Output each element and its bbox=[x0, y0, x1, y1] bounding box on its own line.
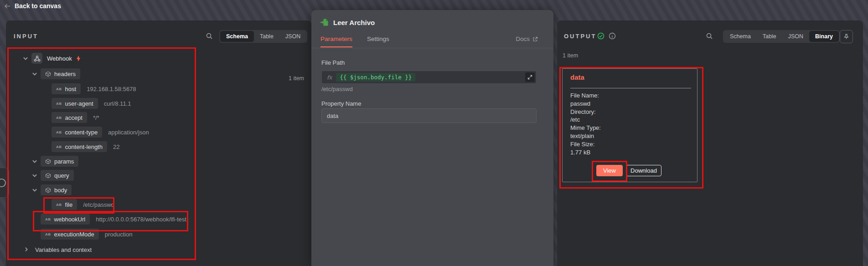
chevron-down-icon[interactable] bbox=[31, 187, 38, 193]
tree-key-chip[interactable]: ABfile bbox=[52, 199, 77, 210]
info-icon[interactable] bbox=[609, 32, 616, 40]
tree-key-chip[interactable]: ABcontent-type bbox=[52, 127, 102, 138]
back-to-canvas-button[interactable]: Back to canvas bbox=[5, 2, 61, 10]
tabs-divider bbox=[311, 48, 553, 48]
input-tab-table[interactable]: Table bbox=[254, 31, 279, 42]
docs-link[interactable]: Docs bbox=[516, 36, 538, 42]
input-search-icon[interactable] bbox=[206, 32, 213, 40]
tree-row-executionmode[interactable]: ABexecutionMode production bbox=[6, 227, 311, 241]
tab-parameters[interactable]: Parameters bbox=[320, 36, 352, 47]
string-type-icon: AB bbox=[56, 102, 62, 106]
output-tab-schema[interactable]: Schema bbox=[724, 31, 757, 42]
expression-resolved-value: /etc/passwd bbox=[321, 86, 353, 92]
tree-row-content-length[interactable]: ABcontent-length 22 bbox=[6, 139, 311, 154]
view-button[interactable]: View bbox=[596, 165, 623, 176]
tree-row-file[interactable]: ABfile /etc/passwd bbox=[6, 197, 311, 212]
tree-row-variables-context[interactable]: Variables and context bbox=[6, 242, 311, 257]
string-type-icon: AB bbox=[56, 203, 62, 207]
tree-value: */* bbox=[93, 114, 99, 121]
tree-row-host[interactable]: ABhost 192.168.1.58:5678 bbox=[6, 82, 311, 96]
back-to-canvas-label: Back to canvas bbox=[15, 2, 61, 10]
fx-expression-icon: fx bbox=[327, 74, 332, 81]
chevron-down-icon[interactable] bbox=[31, 158, 38, 164]
tree-key-label: user-agent bbox=[65, 100, 93, 107]
tree-row-webhook[interactable]: Webhook bbox=[6, 51, 311, 66]
output-tab-binary[interactable]: Binary bbox=[809, 31, 839, 42]
tree-key-label: query bbox=[54, 172, 69, 179]
tree-key-chip[interactable]: ABuser-agent bbox=[52, 98, 98, 109]
input-tab-schema[interactable]: Schema bbox=[220, 31, 254, 42]
open-expression-editor-button[interactable] bbox=[525, 72, 535, 82]
ndv-screen: Back to canvas INPUT Schema Table JSON 1… bbox=[0, 0, 868, 266]
tree-key-chip[interactable]: ABwebhookUrl bbox=[41, 214, 90, 225]
tree-key-chip[interactable]: body bbox=[41, 184, 72, 195]
tree-key-label: webhookUrl bbox=[54, 216, 86, 223]
chevron-down-icon[interactable] bbox=[22, 55, 29, 61]
tree-row-content-type[interactable]: ABcontent-type application/json bbox=[6, 125, 311, 139]
chevron-right-icon[interactable] bbox=[23, 246, 30, 253]
file-size-label: File Size: bbox=[570, 140, 601, 148]
tree-row-user-agent[interactable]: ABuser-agent curl/8.11.1 bbox=[6, 96, 311, 111]
tree-key-chip[interactable]: params bbox=[41, 156, 78, 167]
file-name-label: File Name: bbox=[570, 92, 601, 100]
tree-key-label: host bbox=[65, 86, 77, 92]
tree-key-chip[interactable]: headers bbox=[41, 68, 80, 79]
object-cube-icon bbox=[45, 71, 51, 77]
tab-settings[interactable]: Settings bbox=[367, 36, 389, 42]
tree-value: http://0.0.0.0:5678/webhook/lfi-test bbox=[96, 216, 186, 223]
node-title[interactable]: Leer Archivo bbox=[333, 19, 375, 26]
pin-data-button[interactable] bbox=[840, 30, 853, 43]
tree-key-chip[interactable]: ABaccept bbox=[52, 112, 87, 123]
tree-key-label: content-length bbox=[65, 143, 103, 150]
tree-key-chip[interactable]: ABhost bbox=[52, 83, 81, 94]
tree-row-params[interactable]: params bbox=[6, 154, 311, 169]
string-type-icon: AB bbox=[45, 217, 51, 221]
node-glyph bbox=[0, 179, 6, 187]
tree-row-headers[interactable]: headers bbox=[6, 66, 311, 81]
chevron-down-icon[interactable] bbox=[31, 172, 38, 179]
directory-value: /etc bbox=[570, 116, 601, 124]
webhook-node-icon bbox=[31, 53, 42, 64]
download-button[interactable]: Download bbox=[626, 165, 661, 176]
output-tab-table[interactable]: Table bbox=[757, 31, 782, 42]
property-name-input[interactable]: data bbox=[321, 108, 537, 123]
binary-data-card: data File Name: passwd Directory: /etc M… bbox=[562, 68, 698, 182]
tree-row-body[interactable]: body bbox=[6, 183, 311, 197]
file-size-value: 1.77 kB bbox=[570, 148, 601, 157]
string-type-icon: AB bbox=[56, 145, 62, 149]
tree-key-label: content-type bbox=[65, 129, 98, 136]
input-panel: INPUT Schema Table JSON 1 item Webhook bbox=[6, 20, 311, 266]
input-title: INPUT bbox=[14, 33, 38, 40]
output-search-icon[interactable] bbox=[706, 32, 713, 40]
external-link-icon bbox=[532, 36, 538, 42]
tree-key-chip[interactable]: ABcontent-length bbox=[52, 141, 107, 152]
tree-row-accept[interactable]: ABaccept */* bbox=[6, 110, 311, 125]
file-path-input[interactable]: fx {{ $json.body.file }} bbox=[321, 71, 537, 84]
mime-type-label: Mime Type: bbox=[570, 124, 601, 132]
tree-key-label: params bbox=[54, 158, 74, 165]
tree-key-chip[interactable]: query bbox=[41, 170, 74, 181]
binary-property-name: data bbox=[570, 73, 584, 81]
tree-key-label: accept bbox=[65, 114, 83, 121]
expression-value[interactable]: {{ $json.body.file }} bbox=[336, 73, 415, 82]
tree-value: application/json bbox=[108, 129, 149, 136]
arrow-left-icon bbox=[5, 4, 10, 9]
tree-node-label: Webhook bbox=[47, 55, 72, 62]
input-display-mode-tabs: Schema Table JSON bbox=[219, 30, 307, 43]
read-file-node-icon bbox=[320, 18, 329, 26]
tree-key-chip[interactable]: ABexecutionMode bbox=[41, 229, 99, 240]
tree-value: 22 bbox=[113, 143, 119, 150]
tree-row-webhookurl[interactable]: ABwebhookUrl http://0.0.0.0:5678/webhook… bbox=[6, 212, 311, 226]
output-panel: OUTPUT Schema Table JSON Binary 1 item d… bbox=[557, 20, 863, 266]
input-tab-json[interactable]: JSON bbox=[279, 31, 306, 42]
tree-key-label: headers bbox=[54, 71, 76, 77]
chevron-down-icon[interactable] bbox=[31, 71, 38, 77]
node-settings-panel: Leer Archivo Parameters Settings Docs Fi… bbox=[311, 10, 553, 266]
tree-key-label: file bbox=[65, 201, 73, 208]
edge-node-button[interactable] bbox=[0, 168, 9, 198]
output-item-count: 1 item bbox=[563, 52, 578, 59]
object-cube-icon bbox=[45, 187, 51, 193]
tree-row-query[interactable]: query bbox=[6, 168, 311, 183]
file-path-label: File Path bbox=[321, 59, 345, 66]
output-tab-json[interactable]: JSON bbox=[782, 31, 809, 42]
